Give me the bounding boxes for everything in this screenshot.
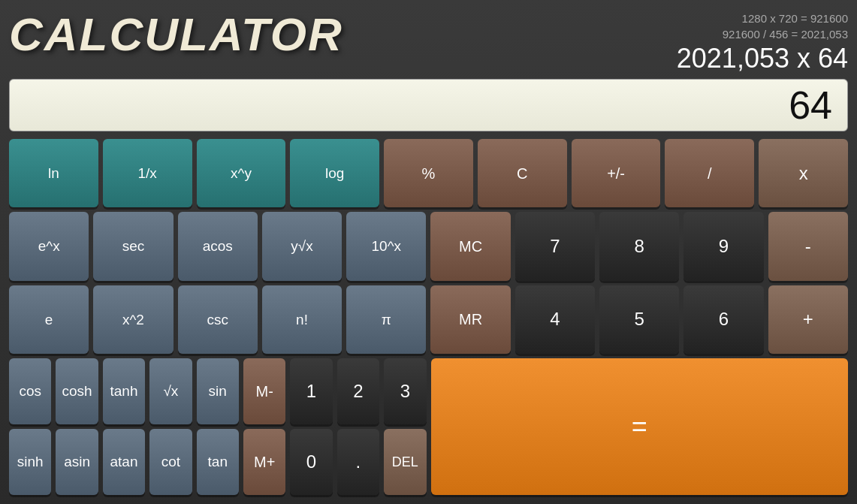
btn-csc[interactable]: csc: [178, 285, 258, 354]
button-row-1: ln 1/x x^y log % C +/- / x: [9, 139, 848, 207]
btn-acos[interactable]: acos: [178, 212, 258, 280]
btn-mc[interactable]: MC: [430, 212, 510, 280]
btn-7[interactable]: 7: [515, 212, 595, 280]
btn-sinh[interactable]: sinh: [9, 429, 51, 495]
btn-log[interactable]: log: [290, 139, 379, 207]
btn-4[interactable]: 4: [515, 285, 595, 354]
btn-9[interactable]: 9: [683, 212, 763, 280]
btn-1[interactable]: 1: [290, 358, 332, 424]
display-value: 64: [789, 83, 832, 128]
btn-pi[interactable]: π: [346, 285, 426, 354]
btn-sec[interactable]: sec: [93, 212, 173, 280]
btn-pct[interactable]: %: [384, 139, 473, 207]
btn-e[interactable]: e: [9, 285, 89, 354]
btn-tan[interactable]: tan: [197, 429, 239, 495]
btn-del[interactable]: DEL: [384, 429, 426, 495]
button-row-4: cos cosh tanh √x sin M- 1 2 3: [9, 358, 427, 424]
btn-ln[interactable]: ln: [9, 139, 98, 207]
calculator: CALCULATOR 1280 x 720 = 921600 921600 / …: [0, 0, 857, 504]
btn-0[interactable]: 0: [290, 429, 332, 495]
app-title: CALCULATOR: [9, 11, 343, 58]
btn-div[interactable]: /: [665, 139, 754, 207]
history-current: 2021,053 x 64: [677, 42, 848, 74]
btn-nfact[interactable]: n!: [262, 285, 342, 354]
btn-c[interactable]: C: [478, 139, 567, 207]
btn-6[interactable]: 6: [683, 285, 763, 354]
btn-3[interactable]: 3: [384, 358, 426, 424]
btn-dot[interactable]: .: [337, 429, 379, 495]
btn-minus[interactable]: -: [768, 212, 848, 280]
btn-10powx[interactable]: 10^x: [346, 212, 426, 280]
btn-mul[interactable]: x: [759, 139, 848, 207]
btn-epowx[interactable]: e^x: [9, 212, 89, 280]
btn-atan[interactable]: atan: [103, 429, 145, 495]
btn-5[interactable]: 5: [599, 285, 679, 354]
main-display: 64: [9, 79, 848, 131]
btn-equals[interactable]: =: [431, 358, 849, 495]
header: CALCULATOR 1280 x 720 = 921600 921600 / …: [9, 8, 848, 74]
btn-xpowy[interactable]: x^y: [197, 139, 286, 207]
btn-x2[interactable]: x^2: [93, 285, 173, 354]
history-display: 1280 x 720 = 921600 921600 / 456 = 2021,…: [677, 11, 848, 74]
btn-8[interactable]: 8: [599, 212, 679, 280]
btn-sqrtx[interactable]: √x: [149, 358, 192, 424]
btn-cos[interactable]: cos: [9, 358, 51, 424]
btn-cosh[interactable]: cosh: [56, 358, 98, 424]
btn-yrootx[interactable]: y√x: [262, 212, 342, 280]
button-row-5: sinh asin atan cot tan M+ 0 . DEL: [9, 429, 427, 495]
btn-mplus[interactable]: M+: [243, 429, 285, 495]
buttons-area: ln 1/x x^y log % C +/- / x e^x sec acos …: [9, 139, 848, 495]
history-line-1: 1280 x 720 = 921600: [677, 11, 848, 26]
btn-plus[interactable]: +: [768, 285, 848, 354]
btn-tanh[interactable]: tanh: [103, 358, 145, 424]
history-line-2: 921600 / 456 = 2021,053: [677, 26, 848, 42]
btn-plusminus[interactable]: +/-: [572, 139, 661, 207]
btn-sin[interactable]: sin: [197, 358, 239, 424]
button-row-2: e^x sec acos y√x 10^x MC 7 8 9 -: [9, 212, 848, 280]
btn-mminus[interactable]: M-: [243, 358, 285, 424]
btn-cot[interactable]: cot: [149, 429, 192, 495]
btn-mr[interactable]: MR: [430, 285, 510, 354]
btn-1x[interactable]: 1/x: [103, 139, 192, 207]
btn-asin[interactable]: asin: [56, 429, 98, 495]
btn-2[interactable]: 2: [337, 358, 379, 424]
button-row-3: e x^2 csc n! π MR 4 5 6 +: [9, 285, 848, 354]
